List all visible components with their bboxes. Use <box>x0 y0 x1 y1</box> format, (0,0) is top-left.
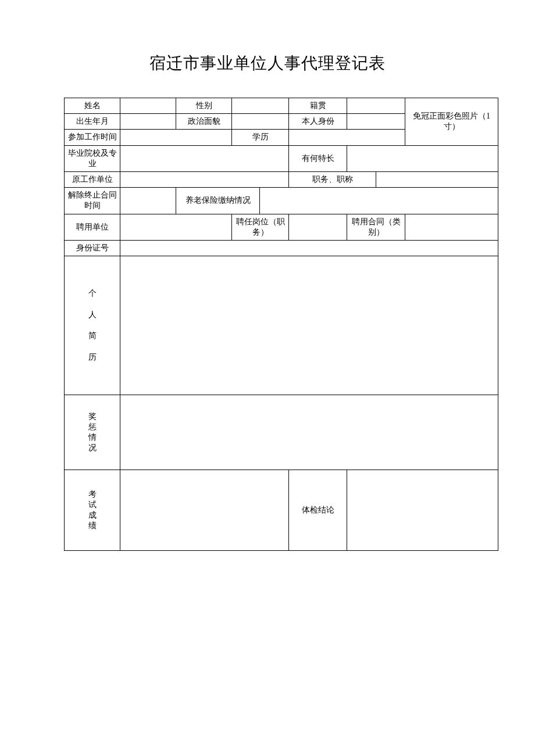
value-school-major <box>120 145 289 171</box>
value-work-start <box>120 130 232 145</box>
label-school-major: 毕业院校及专业 <box>65 145 120 171</box>
value-contract-end <box>120 188 176 214</box>
registration-form-table: 姓名 性别 籍贯 免冠正面彩色照片（1寸） 出生年月 政治面貌 本人身份 参加工… <box>64 98 498 551</box>
value-contract-type <box>405 214 498 240</box>
value-exam <box>120 470 289 551</box>
value-hiring-unit <box>120 214 232 240</box>
value-birth <box>120 114 176 130</box>
value-physical <box>347 470 498 551</box>
label-pension: 养老保险缴纳情况 <box>176 188 260 214</box>
label-hired-post: 聘任岗位（职务） <box>232 214 289 240</box>
value-native-place <box>347 98 405 114</box>
label-position-title: 职务、职称 <box>289 171 376 187</box>
label-exam: 考 试 成 绩 <box>65 470 120 551</box>
label-gender: 性别 <box>176 98 232 114</box>
value-education <box>289 130 405 145</box>
value-former-unit <box>120 171 289 187</box>
page-title: 宿迁市事业单位人事代理登记表 <box>64 52 471 74</box>
value-resume <box>120 256 498 395</box>
label-physical: 体检结论 <box>289 470 347 551</box>
label-id-number: 身份证号 <box>65 240 120 256</box>
value-id-number <box>120 240 498 256</box>
label-specialty: 有何特长 <box>289 145 347 171</box>
label-identity: 本人身份 <box>289 114 347 130</box>
value-gender <box>232 98 289 114</box>
label-contract-type: 聘用合同（类别） <box>347 214 405 240</box>
label-former-unit: 原工作单位 <box>65 171 120 187</box>
photo-placeholder: 免冠正面彩色照片（1寸） <box>405 98 498 146</box>
value-identity <box>347 114 405 130</box>
value-pension <box>260 188 498 214</box>
label-resume: 个 人 简 历 <box>65 256 120 395</box>
label-birth: 出生年月 <box>65 114 120 130</box>
label-education: 学历 <box>232 130 289 145</box>
label-work-start: 参加工作时间 <box>65 130 120 145</box>
document-page: 宿迁市事业单位人事代理登记表 姓名 性别 籍贯 免冠正面彩色照片（1寸） <box>0 0 535 551</box>
label-hiring-unit: 聘用单位 <box>65 214 120 240</box>
value-specialty <box>347 145 498 171</box>
label-name: 姓名 <box>65 98 120 114</box>
value-rewards <box>120 395 498 470</box>
value-political <box>232 114 289 130</box>
value-name <box>120 98 176 114</box>
value-hired-post <box>289 214 347 240</box>
label-political: 政治面貌 <box>176 114 232 130</box>
label-contract-end: 解除终止合同时间 <box>65 188 120 214</box>
label-native-place: 籍贯 <box>289 98 347 114</box>
label-rewards: 奖 惩 情 况 <box>65 395 120 470</box>
value-position-title <box>376 171 498 187</box>
